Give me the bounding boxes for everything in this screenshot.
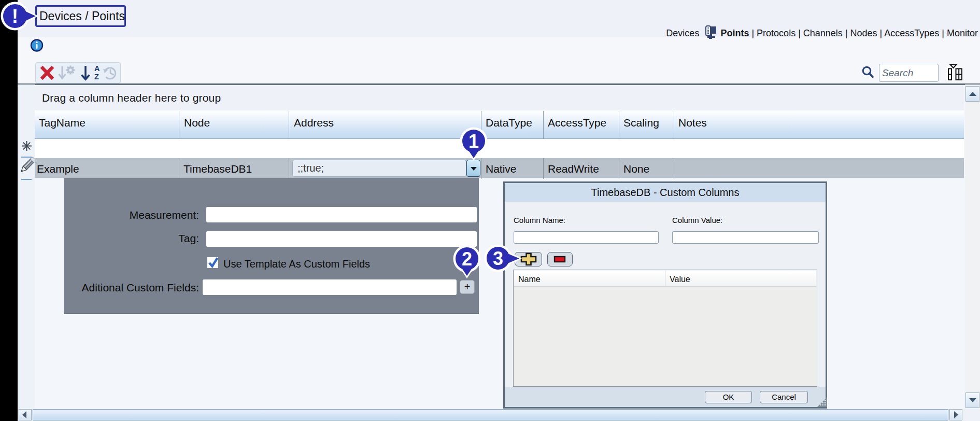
- svg-text:!: !: [12, 6, 18, 27]
- svg-text:Z: Z: [94, 73, 99, 81]
- svg-text:A: A: [94, 64, 100, 73]
- svg-text:1: 1: [468, 131, 479, 152]
- svg-text:3: 3: [493, 248, 503, 269]
- svg-text:2: 2: [462, 248, 472, 270]
